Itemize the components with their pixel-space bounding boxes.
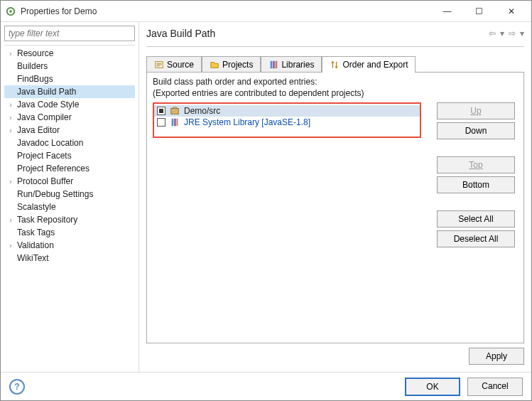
expand-arrow-icon[interactable]: › bbox=[6, 101, 16, 109]
tree-item-label: FindBugs bbox=[16, 74, 53, 84]
tab-icon bbox=[210, 60, 219, 70]
select-all-button[interactable]: Select All bbox=[437, 210, 515, 228]
tree-item[interactable]: ›Java Code Style bbox=[4, 98, 135, 111]
tree-item-label: Java Editor bbox=[16, 125, 60, 135]
tree-item-label: Builders bbox=[16, 61, 48, 71]
page-title: Java Build Path bbox=[146, 28, 487, 39]
tree-item[interactable]: ›Builders bbox=[4, 60, 135, 73]
list-item-label: JRE System Library [JavaSE-1.8] bbox=[184, 117, 310, 127]
svg-point-1 bbox=[9, 10, 12, 13]
tab-bar: SourceProjectsLibrariesOrder and Export bbox=[146, 55, 524, 72]
svg-rect-6 bbox=[171, 109, 179, 114]
left-panel: ›Resource›Builders›FindBugs›Java Build P… bbox=[1, 22, 139, 372]
tree-item[interactable]: ›Task Tags bbox=[4, 226, 135, 239]
titlebar: Properties for Demo — ☐ ✕ bbox=[1, 1, 531, 22]
tree-item-label: Task Tags bbox=[16, 228, 55, 237]
down-button[interactable]: Down bbox=[437, 122, 515, 139]
tree-item[interactable]: ›Resource bbox=[4, 47, 135, 60]
cancel-button[interactable]: Cancel bbox=[467, 378, 523, 396]
checkbox[interactable] bbox=[157, 107, 165, 115]
tree-item-label: Run/Debug Settings bbox=[16, 189, 93, 199]
svg-rect-5 bbox=[276, 61, 278, 69]
expand-arrow-icon[interactable]: › bbox=[6, 216, 16, 224]
expand-arrow-icon[interactable]: › bbox=[6, 178, 16, 186]
tree-item[interactable]: ›Java Build Path bbox=[4, 85, 135, 98]
svg-rect-7 bbox=[172, 119, 174, 127]
list-item-label: Demo/src bbox=[184, 106, 220, 116]
tree-item-label: Javadoc Location bbox=[16, 138, 83, 148]
filter-input[interactable] bbox=[4, 26, 135, 41]
tab-label: Order and Export bbox=[342, 60, 408, 70]
tree-item[interactable]: ›Task Repository bbox=[4, 213, 135, 226]
ok-button[interactable]: OK bbox=[405, 378, 460, 396]
svg-rect-4 bbox=[273, 61, 276, 69]
tab-label: Projects bbox=[222, 60, 253, 70]
library-icon bbox=[170, 117, 180, 127]
tab-content: Build class path order and exported entr… bbox=[146, 72, 524, 343]
help-icon[interactable]: ? bbox=[9, 379, 25, 395]
tab-libraries[interactable]: Libraries bbox=[261, 56, 322, 73]
tree-item-label: Java Code Style bbox=[16, 100, 79, 109]
package-icon bbox=[170, 106, 180, 116]
nav-arrows: ⇦ ▾ ⇨ ▾ bbox=[487, 28, 524, 38]
tab-label: Source bbox=[167, 60, 194, 70]
expand-arrow-icon[interactable]: › bbox=[6, 114, 16, 122]
svg-rect-9 bbox=[177, 119, 178, 127]
svg-rect-3 bbox=[271, 61, 273, 69]
list-item[interactable]: JRE System Library [JavaSE-1.8] bbox=[154, 117, 420, 128]
tree-item-label: Project Facets bbox=[16, 151, 72, 161]
tree-item-label: Project References bbox=[16, 164, 89, 173]
tab-label: Libraries bbox=[281, 60, 314, 70]
category-tree[interactable]: ›Resource›Builders›FindBugs›Java Build P… bbox=[4, 45, 135, 372]
tree-item[interactable]: ›Run/Debug Settings bbox=[4, 188, 135, 200]
tab-projects[interactable]: Projects bbox=[202, 56, 261, 73]
tree-item-label: Resource bbox=[16, 48, 53, 58]
tree-item-label: Java Build Path bbox=[16, 87, 76, 97]
tab-order-and-export[interactable]: Order and Export bbox=[322, 56, 416, 73]
bottom-button[interactable]: Bottom bbox=[437, 176, 515, 193]
expand-arrow-icon[interactable]: › bbox=[6, 242, 16, 250]
tree-item[interactable]: ›Java Compiler bbox=[4, 111, 135, 124]
dialog-icon bbox=[5, 6, 16, 17]
tree-item[interactable]: ›Protocol Buffer bbox=[4, 175, 135, 188]
tree-item-label: WikiText bbox=[16, 253, 49, 263]
window-title: Properties for Demo bbox=[21, 6, 431, 16]
tree-item[interactable]: ›Javadoc Location bbox=[4, 137, 135, 149]
tab-icon bbox=[330, 60, 340, 70]
back-icon[interactable]: ⇦ bbox=[487, 28, 497, 38]
tree-item[interactable]: ›Project References bbox=[4, 162, 135, 175]
tree-item-label: Protocol Buffer bbox=[16, 176, 73, 186]
maximize-button[interactable]: ☐ bbox=[463, 1, 495, 21]
tab-source[interactable]: Source bbox=[146, 56, 202, 73]
expand-arrow-icon[interactable]: › bbox=[6, 127, 16, 134]
description-line2: (Exported entries are contributed to dep… bbox=[153, 88, 518, 98]
minimize-button[interactable]: — bbox=[431, 1, 463, 21]
tree-item[interactable]: ›Java Editor bbox=[4, 124, 135, 137]
entries-list[interactable]: Demo/srcJRE System Library [JavaSE-1.8] bbox=[153, 102, 421, 138]
checkbox[interactable] bbox=[157, 118, 165, 127]
tab-icon bbox=[268, 60, 278, 70]
description-line1: Build class path order and exported entr… bbox=[153, 77, 518, 87]
top-button[interactable]: Top bbox=[437, 156, 515, 173]
expand-arrow-icon[interactable]: › bbox=[6, 50, 16, 58]
apply-button[interactable]: Apply bbox=[469, 348, 524, 365]
deselect-all-button[interactable]: Deselect All bbox=[437, 230, 515, 247]
tab-icon bbox=[154, 60, 164, 70]
tree-item[interactable]: ›FindBugs bbox=[4, 73, 135, 85]
tree-item-label: Validation bbox=[16, 240, 54, 250]
tree-item-label: Task Repository bbox=[16, 215, 77, 225]
up-button[interactable]: Up bbox=[437, 102, 515, 119]
tree-item[interactable]: ›Project Facets bbox=[4, 149, 135, 162]
tree-item-label: Java Compiler bbox=[16, 112, 72, 122]
tree-item[interactable]: ›WikiText bbox=[4, 252, 135, 264]
tree-item[interactable]: ›Validation bbox=[4, 239, 135, 252]
tree-item-label: Scalastyle bbox=[16, 202, 56, 212]
forward-icon[interactable]: ⇨ bbox=[507, 28, 517, 38]
tree-item[interactable]: ›Scalastyle bbox=[4, 200, 135, 213]
svg-rect-8 bbox=[174, 119, 176, 127]
dialog-footer: ? OK Cancel bbox=[1, 372, 531, 400]
close-button[interactable]: ✕ bbox=[495, 1, 527, 21]
list-item[interactable]: Demo/src bbox=[154, 105, 420, 117]
